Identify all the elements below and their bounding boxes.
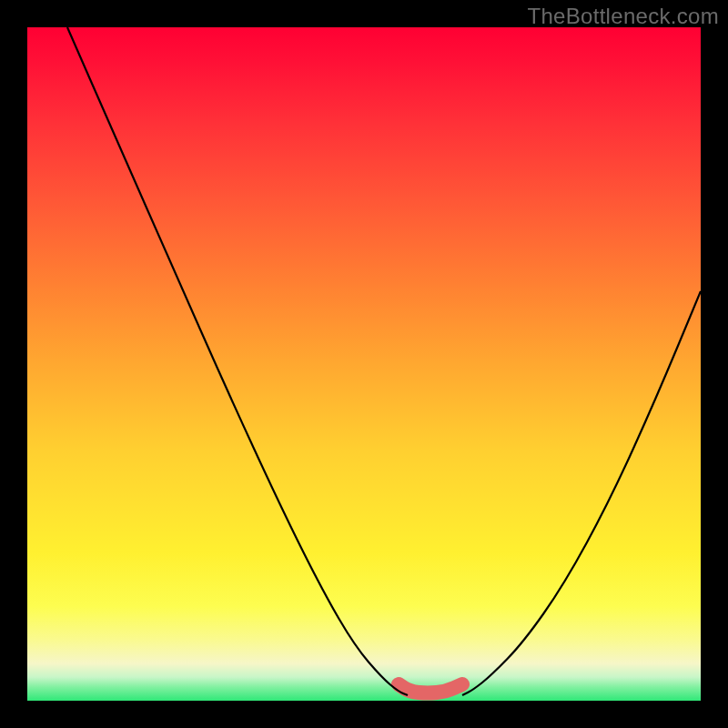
curve-right-arm [462, 291, 701, 695]
curve-left-arm [67, 27, 408, 695]
chart-frame: TheBottleneck.com [0, 0, 728, 728]
plot-area [27, 27, 701, 701]
bottom-highlight-bar [399, 684, 462, 693]
watermark-text: TheBottleneck.com [527, 4, 719, 29]
curve-svg [27, 27, 701, 701]
